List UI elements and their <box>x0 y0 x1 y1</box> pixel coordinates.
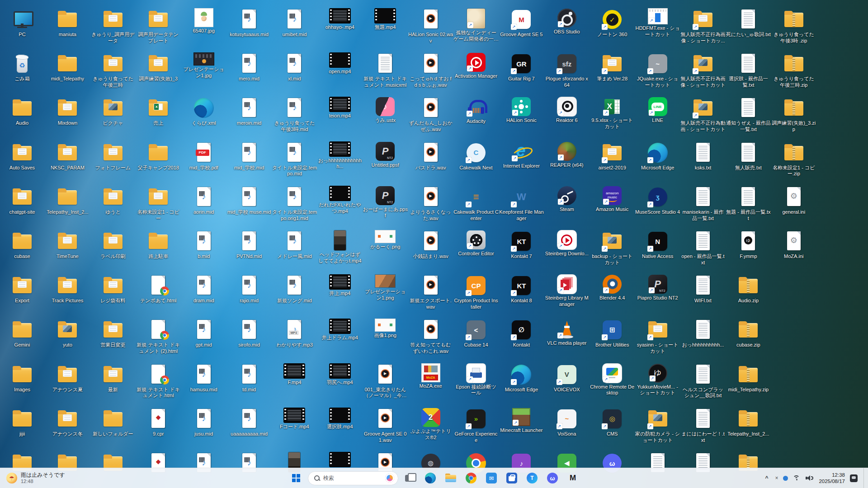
desktop-icon[interactable]: ▶小銭詰まり.wav <box>408 230 453 260</box>
desktop-icon[interactable]: ♪gpt.mid <box>181 319 226 348</box>
desktop-icon[interactable]: ⚙general.ini <box>771 186 816 216</box>
desktop-icon[interactable]: 名称未設定1 - コピー.zip <box>771 142 816 178</box>
desktop-icon[interactable]: ♪aorin.mid <box>181 186 226 216</box>
tray-blue-app-icon[interactable] <box>783 476 788 481</box>
desktop-icon[interactable]: ▶答え知っててもむずいわこれ.wav <box>408 319 453 355</box>
desktop-icon[interactable]: teion.mp4 <box>317 97 363 119</box>
desktop-icon[interactable]: ♻ごみ箱 <box>0 53 45 82</box>
weather-widget[interactable]: ☂ 雨は止みそうです 12:48 <box>2 468 70 488</box>
desktop-icon[interactable]: Audio <box>0 97 45 127</box>
desktop-icon[interactable]: ↗無人販売不正行為画像 - ショートカッ... <box>680 9 726 44</box>
desktop-icon[interactable]: 調声練習(失敗)_3 <box>136 53 181 82</box>
desktop-icon[interactable]: 2ぷよぷよ™テトリス®2 <box>408 408 453 441</box>
desktop-icon[interactable]: ↗孤独なインディーゲーム開発者の一生 ... <box>453 9 499 42</box>
desktop-icon[interactable]: テンポあて.html <box>136 275 181 304</box>
desktop-icon[interactable]: LINE↗LINE <box>635 97 680 124</box>
desktop-icon[interactable]: おっhhhhhhhhhhhhh... <box>317 142 363 170</box>
desktop-icon[interactable]: PDFmid_学校.pdf <box>181 142 226 171</box>
desktop-icon[interactable]: 名称未設定1 - コピー <box>136 186 181 222</box>
desktop-icon[interactable]: ♪うみ.ustx <box>363 97 408 124</box>
desktop-icon[interactable]: sfz↗Plogue sforzando x64 <box>544 53 590 89</box>
desktop-icon[interactable]: アナウンス夏 <box>45 364 90 393</box>
desktop-icon[interactable]: ↗筆まめ Ver.28 <box>590 53 635 82</box>
desktop-icon[interactable]: midi_Telepathy.zip <box>726 364 771 393</box>
desktop-icon[interactable]: Audio.zip <box>726 275 771 304</box>
desktop-icon[interactable]: ♪きゅうり食ってた午後3時.mid <box>272 97 317 133</box>
desktop-icon[interactable]: PNT2Untitled.ppsf <box>363 142 408 169</box>
desktop-icon[interactable]: Fコード.mp4 <box>272 408 317 430</box>
desktop-icon[interactable]: Gemini <box>0 319 45 348</box>
desktop-icon[interactable]: ♪メドレー風.mid <box>272 230 317 260</box>
desktop-icon[interactable]: ♪meroin.mid <box>226 97 272 127</box>
desktop-icon[interactable]: ♪新規ソング.mid <box>272 275 317 304</box>
desktop-icon[interactable]: manisekarin - 親作品一覧.txt <box>680 186 726 222</box>
desktop-icon[interactable]: ↗Chrome Remote Desktop <box>590 364 635 397</box>
desktop-icon[interactable]: きゅうり食ってた午後3時 .zip <box>771 9 816 44</box>
desktop-icon[interactable]: かるーく.png <box>363 230 408 250</box>
desktop-icon[interactable]: ⊞↗Brother Utilities <box>590 319 635 348</box>
desktop-icon[interactable]: Export <box>0 275 45 304</box>
tray-chevron-icon[interactable]: ^ <box>763 473 770 483</box>
desktop-icon[interactable]: 調声練習(失敗)_3.zip <box>771 97 816 133</box>
desktop-icon[interactable]: ↗Steam <box>544 186 590 213</box>
desktop-icon[interactable]: 新規 テキスト ドキュメント (2).html <box>136 319 181 355</box>
desktop-icon[interactable]: <↗Cubase 14 <box>453 319 499 348</box>
desktop-icon[interactable]: 調声用データテンプレート <box>136 9 181 44</box>
desktop-icon[interactable]: ♪mero.mid <box>226 53 272 82</box>
desktop-icon[interactable]: ↗airset2-2019 <box>590 142 635 171</box>
desktop-icon[interactable]: ♪umibet.mid <box>272 9 317 38</box>
desktop-icon[interactable]: 無人販売.txt <box>726 142 771 171</box>
desktop-icon[interactable]: ♪uaaaaaaaaa.mid <box>226 408 272 437</box>
desktop-icon[interactable]: プレゼンテーション1.png <box>363 275 408 301</box>
taskbar-teams-icon[interactable]: T <box>524 469 541 487</box>
desktop-icon[interactable]: Mixdown <box>45 97 90 127</box>
notification-center-icon[interactable] <box>850 474 858 482</box>
desktop-icon[interactable]: amazonmusic↗Amazon Music <box>590 186 635 213</box>
desktop-icon[interactable]: midi_Telepathy <box>45 53 90 82</box>
desktop-icon[interactable]: 無題 - 親作品一覧.txt <box>726 186 771 222</box>
desktop-icon[interactable]: ↗Microsoft Edge <box>635 142 680 171</box>
taskbar-store-icon[interactable] <box>503 469 520 487</box>
desktop-icon[interactable]: ヘッドフォンはずしててよかっt.mp4 <box>317 230 363 264</box>
desktop-icon[interactable]: ↗Epson 接続診断ツール <box>453 364 499 397</box>
desktop-icon[interactable]: ↗無人販売不正行為画像 - ショートカット <box>680 53 726 89</box>
desktop-icon[interactable]: C↗Cakewalk Next <box>453 142 499 171</box>
taskbar-chrome-icon[interactable] <box>462 469 480 487</box>
desktop-icon[interactable]: ohhayo-.mp4 <box>317 9 363 31</box>
desktop-icon[interactable]: ▶001_東北きりたん（ノーマル）_今じゃ... <box>363 364 408 399</box>
desktop-icon[interactable]: くらび.xml <box>181 97 226 127</box>
desktop-icon[interactable]: ラベル印刷 <box>90 230 136 260</box>
search-input[interactable] <box>323 475 382 481</box>
desktop-icon[interactable]: アナウンス冬 <box>45 408 90 437</box>
desktop-icon[interactable]: V↗VOICEVOX <box>544 364 590 393</box>
desktop-icon[interactable]: ♪kotusytuaaus.mid <box>226 9 272 38</box>
desktop-icon[interactable]: ~↗JQuake.exe - ショートカット <box>635 53 680 89</box>
desktop-icon[interactable]: ∅↗Kontakt <box>499 319 544 348</box>
desktop-icon[interactable]: ʒ↗MuseScore Studio 4 <box>635 186 680 216</box>
desktop-icon[interactable]: ↗HDDFMT.exe - ショートカット <box>635 9 680 38</box>
desktop-icon[interactable]: cubase <box>0 230 45 260</box>
desktop-icon[interactable]: ♪タイトル未設定.tempo.mid <box>272 142 317 178</box>
desktop-icon[interactable]: Auto Saves <box>0 142 45 171</box>
desktop-icon[interactable]: ↗OBS Studio <box>544 9 590 35</box>
desktop-icon[interactable]: ♪sirofo.mid <box>226 319 272 348</box>
desktop-icon[interactable]: chatgpt-site <box>0 186 45 216</box>
desktop-icon[interactable]: M↗Groove Agent SE 5 <box>499 9 544 38</box>
desktop-icon[interactable]: ♪mid_学校 muse.mid <box>226 186 272 216</box>
desktop-icon[interactable]: ピクチャ <box>90 97 136 127</box>
desktop-icon[interactable]: maniuta <box>45 9 90 38</box>
desktop-icon[interactable]: KT↗Kontakt 8 <box>499 275 544 304</box>
desktop-icon[interactable]: 新規 テキスト ドキュメント.html <box>136 364 181 399</box>
desktop-icon[interactable]: 井上.mp4 <box>317 275 363 297</box>
desktop-icon[interactable]: Telepathy_Inst_2... <box>726 408 771 437</box>
desktop-icon[interactable]: ゆうと <box>90 186 136 216</box>
desktop-icon[interactable]: 選択肢.mp4 <box>317 408 363 430</box>
desktop-icon[interactable]: PNT2おーばーまにあ.ppsf <box>363 186 408 219</box>
desktop-icon[interactable]: ♪タイトル未設定.tempo.orig1.mid <box>272 186 317 222</box>
desktop-icon[interactable]: F.mp4 <box>272 364 317 386</box>
desktop-icon[interactable]: ♪hamusu.mid <box>181 364 226 393</box>
desktop-icon[interactable]: ↗9.5.xlsx - ショートカット <box>590 97 635 130</box>
taskbar-mail-icon[interactable]: ✉ <box>483 469 500 487</box>
desktop-icon[interactable]: Telepathy_Inst_2... <box>45 186 90 216</box>
desktop-icon[interactable]: 売上 <box>136 97 181 127</box>
